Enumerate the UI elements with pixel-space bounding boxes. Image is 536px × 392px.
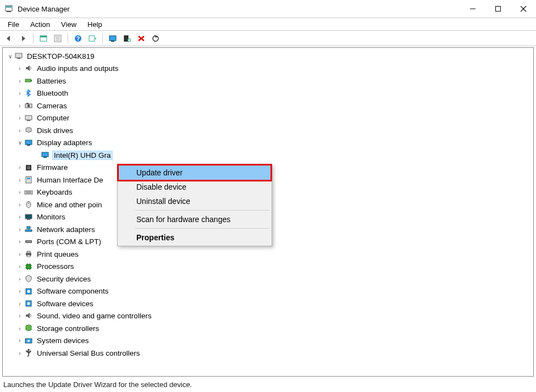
- svg-point-70: [27, 290, 30, 292]
- expand-icon[interactable]: ›: [16, 301, 24, 307]
- maximize-button[interactable]: [485, 0, 511, 18]
- add-legacy-icon[interactable]: [120, 32, 134, 45]
- tree-category[interactable]: ›Universal Serial Bus controllers: [6, 347, 530, 360]
- tree-category-label: Keyboards: [36, 188, 74, 196]
- svg-rect-51: [27, 227, 30, 229]
- svg-rect-38: [43, 157, 47, 158]
- expand-icon[interactable]: ›: [16, 263, 24, 269]
- hid-icon: [24, 175, 34, 184]
- tree-category[interactable]: ›Computer: [6, 112, 530, 125]
- expand-icon[interactable]: ›: [16, 78, 24, 84]
- context-menu-item-uninstall-device[interactable]: Uninstall device: [119, 194, 270, 208]
- svg-rect-32: [25, 115, 32, 120]
- context-menu-item-properties[interactable]: Properties: [119, 230, 270, 245]
- expand-icon[interactable]: ›: [16, 350, 24, 356]
- context-menu-item-update-driver[interactable]: Update driver: [117, 164, 272, 181]
- svg-rect-33: [27, 120, 30, 121]
- tree-category[interactable]: ›Storage controllers: [6, 322, 530, 335]
- svg-rect-25: [15, 53, 22, 58]
- expand-icon[interactable]: ›: [16, 276, 24, 282]
- tree-category[interactable]: ›Bluetooth: [6, 87, 530, 100]
- uninstall-icon[interactable]: [135, 32, 148, 45]
- software-icon: [24, 287, 34, 296]
- context-menu-item-disable-device[interactable]: Disable device: [119, 180, 270, 194]
- tree-category[interactable]: ›Print queues: [6, 248, 530, 261]
- collapse-icon[interactable]: ∨: [16, 140, 24, 146]
- expand-icon[interactable]: ›: [16, 239, 24, 245]
- tree-category[interactable]: ›Software components: [6, 285, 530, 298]
- svg-rect-31: [26, 103, 29, 104]
- tree-category[interactable]: ›Sound, video and game controllers: [6, 310, 530, 323]
- expand-icon[interactable]: ›: [16, 115, 24, 121]
- titlebar: Device Manager: [0, 0, 536, 18]
- expand-icon[interactable]: ›: [16, 202, 24, 208]
- statusbar: Launches the Update Driver Wizard for th…: [0, 379, 536, 392]
- tree-category[interactable]: ∨Display adapters: [6, 137, 530, 150]
- tree-root[interactable]: ∨DESKTOP-504K819: [6, 50, 530, 63]
- tree-category-label: Cameras: [36, 102, 68, 110]
- context-menu-item-scan-for-hardware-changes[interactable]: Scan for hardware changes: [119, 212, 270, 227]
- expand-icon[interactable]: ›: [16, 214, 24, 220]
- scan-hardware-icon[interactable]: [149, 32, 162, 45]
- tree-category-label: Print queues: [36, 250, 80, 258]
- close-button[interactable]: [511, 0, 536, 18]
- tree-category-label: Display adapters: [36, 139, 93, 147]
- tree-category[interactable]: ›Security devices: [6, 273, 530, 285]
- tree-category-label: System devices: [36, 336, 90, 345]
- minimize-button[interactable]: [460, 0, 485, 18]
- usb-icon: [24, 349, 34, 357]
- tree-category[interactable]: ›Processors: [6, 261, 530, 273]
- expand-icon[interactable]: ›: [16, 325, 24, 332]
- menu-file[interactable]: File: [3, 19, 24, 30]
- tree-category[interactable]: ›Software devices: [6, 297, 530, 310]
- expand-icon[interactable]: ›: [16, 288, 24, 294]
- svg-rect-1: [7, 11, 11, 12]
- menu-view[interactable]: View: [57, 19, 81, 30]
- expand-icon[interactable]: ›: [16, 177, 24, 183]
- expand-icon[interactable]: ›: [16, 90, 24, 96]
- expand-icon[interactable]: ›: [16, 338, 24, 344]
- tree-device[interactable]: Intel(R) UHD Gra: [6, 149, 530, 162]
- tree-category[interactable]: ›System devices: [6, 335, 530, 347]
- tree-category[interactable]: ›Audio inputs and outputs: [6, 63, 530, 75]
- security-icon: [24, 274, 34, 283]
- expand-icon[interactable]: ›: [16, 313, 24, 319]
- svg-point-78: [30, 351, 31, 352]
- svg-point-30: [27, 104, 30, 107]
- tree-category-label: Audio inputs and outputs: [36, 64, 120, 73]
- tree-category-label: Batteries: [36, 77, 67, 85]
- expand-icon[interactable]: ›: [16, 251, 24, 257]
- tree-category[interactable]: ›Disk drives: [6, 124, 530, 137]
- tree-category[interactable]: ›Cameras: [6, 100, 530, 112]
- svg-rect-36: [27, 145, 30, 146]
- expand-icon[interactable]: ›: [16, 65, 24, 71]
- expand-icon[interactable]: ›: [16, 164, 24, 170]
- nav-back-icon[interactable]: [2, 32, 15, 45]
- expand-icon[interactable]: ∨: [6, 53, 14, 59]
- properties-icon[interactable]: [51, 32, 64, 45]
- show-hidden-icon[interactable]: [37, 32, 50, 45]
- tree-category-label: Human Interface De: [36, 176, 104, 184]
- expand-icon[interactable]: ›: [16, 227, 24, 233]
- expand-icon[interactable]: ›: [16, 103, 24, 109]
- expand-icon[interactable]: ›: [16, 189, 24, 195]
- enable-device-icon[interactable]: [106, 32, 119, 45]
- tree-category[interactable]: ›Batteries: [6, 75, 530, 87]
- display-icon: [24, 139, 34, 147]
- svg-rect-77: [26, 351, 28, 352]
- scan-icon[interactable]: [86, 32, 99, 45]
- tree-category-label: Universal Serial Bus controllers: [36, 349, 141, 357]
- tree-category-label: Disk drives: [36, 126, 74, 135]
- camera-icon: [24, 101, 34, 110]
- context-menu-separator: [135, 210, 270, 211]
- menu-action[interactable]: Action: [26, 19, 54, 30]
- svg-rect-28: [31, 80, 32, 81]
- expand-icon[interactable]: ›: [16, 128, 24, 134]
- menu-help[interactable]: Help: [83, 19, 107, 30]
- window-title: Device Manager: [18, 5, 460, 13]
- tree-root-label: DESKTOP-504K819: [26, 52, 96, 60]
- software-icon: [24, 299, 34, 308]
- nav-forward-icon[interactable]: [16, 32, 30, 45]
- svg-rect-37: [42, 152, 48, 157]
- help-icon[interactable]: ?: [71, 32, 85, 45]
